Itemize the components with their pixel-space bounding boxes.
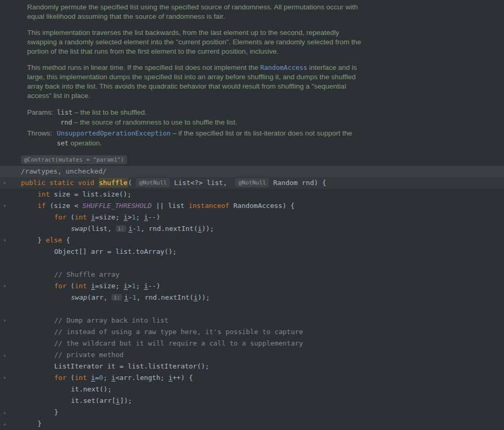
doc-text: This method runs in linear time. If the … (27, 64, 260, 71)
code-line[interactable]: swap(arr, i:i-1, rnd.nextInt(i)); (0, 292, 504, 303)
code-token: 1 (132, 282, 136, 290)
fold-down-icon[interactable]: ▾ (2, 177, 8, 189)
code-token: = (95, 374, 99, 382)
code-line-content: for (int i=0; i<arr.length; i++) { (0, 372, 504, 384)
doc-code-ref: list (57, 108, 72, 116)
annotation-inlay[interactable]: @NotNull (136, 178, 170, 187)
code-token: i (124, 213, 128, 221)
folded-region[interactable]: /rawtypes, unchecked/ (21, 167, 106, 175)
code-line-content: @Contract(mutates = "param1") (0, 154, 504, 166)
code-token: i (168, 374, 173, 382)
code-token: ; (103, 374, 112, 382)
code-line[interactable]: ▾if (size < SHUFFLE_THRESHOLD || list in… (0, 200, 504, 212)
code-line[interactable] (0, 303, 504, 315)
fold-down-icon[interactable]: ▾ (2, 280, 8, 292)
code-token: int (38, 190, 50, 198)
code-token: it.set(arr[ (71, 397, 116, 404)
code-line[interactable]: /rawtypes, unchecked/ (0, 166, 504, 177)
code-line[interactable]: it.next(); (0, 384, 504, 395)
code-line[interactable]: ▾public static void shuffle( @NotNull Li… (0, 177, 504, 189)
code-token: for (54, 213, 66, 221)
code-token: ++) { (173, 374, 193, 382)
code-line[interactable]: int size = list.size(); (0, 189, 504, 200)
doc-entry: rnd – the source of randomness to use to… (57, 117, 363, 127)
doc-text: This implementation traverses the list b… (27, 29, 361, 55)
code-token: int (75, 282, 87, 290)
doc-section-throws: Throws:UnsupportedOperationException – i… (27, 128, 365, 148)
fold-up-icon[interactable]: ▴ (2, 407, 8, 418)
code-line[interactable]: // instead of using a raw type here, it'… (0, 326, 504, 338)
code-line[interactable]: ▴} (0, 418, 504, 429)
doc-paragraph: This implementation traverses the list b… (27, 28, 365, 56)
code-token: (size < (46, 202, 82, 210)
doc-section-label: Throws: (27, 128, 57, 148)
code-line[interactable] (0, 257, 504, 269)
code-token: Object[] arr = list.toArray(); (54, 248, 177, 255)
code-line-content: /rawtypes, unchecked/ (0, 166, 504, 177)
code-token: 1 (137, 225, 141, 232)
parameter-hint-inlay[interactable]: i: (116, 225, 126, 232)
code-token: i (124, 282, 128, 290)
code-token: } (54, 408, 58, 416)
doc-link[interactable]: UnsupportedOperationException (57, 129, 170, 137)
code-line[interactable]: Object[] arr = list.toArray(); (0, 246, 504, 257)
code-token: i (198, 225, 202, 232)
code-token: // instead of using a raw type here, it'… (54, 328, 303, 336)
code-line[interactable]: ▾for (int i=size; i>1; i--) (0, 280, 504, 292)
code-line[interactable]: swap(list, i:i-1, rnd.nextInt(i)); (0, 223, 504, 235)
code-line[interactable]: // Shuffle array (0, 269, 504, 280)
code-token: { (62, 236, 70, 244)
code-line-content: ListIterator it = list.listIterator(); (0, 361, 504, 372)
fold-down-icon[interactable]: ▾ (2, 372, 8, 384)
code-line[interactable]: @Contract(mutates = "param1") (0, 154, 504, 166)
doc-entry: list – the list to be shuffled. (57, 107, 363, 117)
doc-text: Randomly permute the specified list usin… (27, 3, 358, 20)
javadoc-panel: Randomly permute the specified list usin… (0, 0, 380, 150)
code-line[interactable]: ▴// private method (0, 349, 504, 361)
code-token: (arr, (87, 293, 112, 301)
fold-down-icon[interactable]: ▾ (2, 315, 8, 326)
code-token: <arr.length; (115, 374, 168, 382)
code-token: it.next(); (71, 385, 112, 393)
code-line-content: int size = list.size(); (0, 189, 504, 200)
code-token: ( (66, 282, 75, 290)
code-token: SHUFFLE_THRESHOLD (82, 202, 152, 210)
code-token: int (75, 374, 87, 382)
doc-paragraph: Randomly permute the specified list usin… (27, 3, 365, 21)
code-line-content: // instead of using a raw type here, it'… (0, 326, 504, 338)
doc-entry: UnsupportedOperationException – if the s… (57, 128, 363, 148)
code-token: i (128, 225, 132, 232)
fold-down-icon[interactable]: ▾ (2, 235, 8, 246)
fold-up-icon[interactable]: ▴ (2, 349, 8, 361)
code-line[interactable]: ▾for (int i=0; i<arr.length; i++) { (0, 372, 504, 384)
fold-up-icon[interactable]: ▴ (2, 418, 8, 429)
code-editor[interactable]: Randomly permute the specified list usin… (0, 0, 504, 430)
doc-text: – if the specified list or its list-iter… (170, 129, 352, 137)
code-line[interactable]: it.set(arr[i]); (0, 395, 504, 407)
annotation-inlay[interactable]: @NotNull (235, 178, 269, 187)
code-line[interactable]: ListIterator it = list.listIterator(); (0, 361, 504, 372)
code-token: 1 (132, 293, 137, 301)
code-token: // Shuffle array (54, 271, 119, 278)
code-token: instanceof (189, 202, 229, 210)
code-token: RandomAccess) { (229, 202, 294, 210)
code-token: , rnd.nextInt( (141, 225, 198, 232)
code-line[interactable]: ▾// Dump array back into list (0, 315, 504, 326)
code-area[interactable]: @Contract(mutates = "param1")/rawtypes, … (0, 154, 504, 430)
code-line-content: Object[] arr = list.toArray(); (0, 246, 504, 257)
doc-link[interactable]: RandomAccess (260, 64, 307, 71)
code-line[interactable]: ▴} (0, 407, 504, 418)
doc-paragraph: This method runs in linear time. If the … (27, 63, 365, 101)
code-line-content: for (int i=size; i>1; i--) (0, 212, 504, 223)
code-token: =size; (95, 282, 124, 290)
method-name-highlight: shuffle (99, 178, 128, 188)
code-line[interactable]: ▾} else { (0, 235, 504, 246)
annotation-inlay[interactable]: @Contract(mutates = "param1") (21, 155, 127, 164)
doc-text: – the source of randomness to use to shu… (72, 118, 237, 126)
code-token: ( (128, 179, 137, 187)
code-line[interactable]: // the wildcard but it will require a ca… (0, 338, 504, 349)
code-token: > (128, 282, 132, 290)
code-line[interactable]: for (int i=size; i>1; i--) (0, 212, 504, 223)
fold-down-icon[interactable]: ▾ (2, 200, 8, 212)
parameter-hint-inlay[interactable]: i: (112, 294, 122, 301)
